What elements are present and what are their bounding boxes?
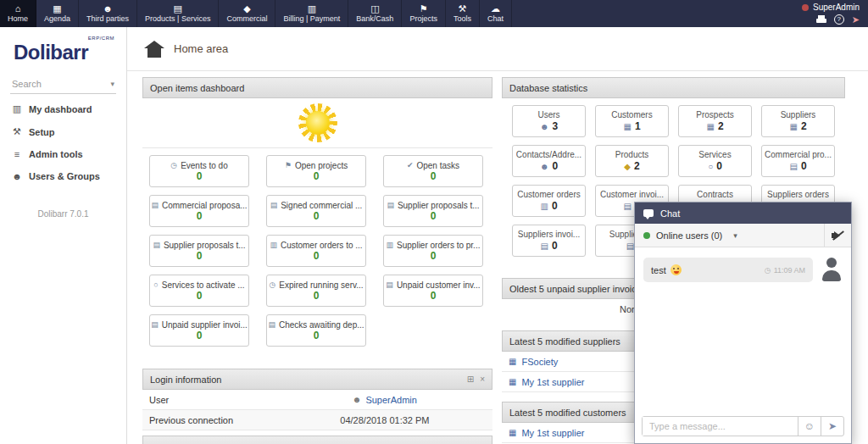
statistics-box[interactable]: Customer orders ▥ 0: [512, 185, 586, 217]
statistics-box-count: ▦ 1: [623, 120, 640, 132]
chat-online-bar: Online users (0) ▾: [635, 224, 851, 247]
nav-item[interactable]: ☁ Chat: [480, 0, 512, 27]
statistics-count: 0: [552, 160, 558, 172]
print-icon[interactable]: [816, 15, 826, 24]
dashboard-box[interactable]: ◷ Events to do 0: [149, 155, 249, 187]
dashboard-box-label: ▤ Unpaid customer inv...: [386, 280, 480, 290]
statistics-box[interactable]: Customers ▦ 1: [595, 105, 669, 137]
statistics-box-label: Commercial pro...: [765, 150, 832, 159]
statistics-box-label: Prospects: [696, 110, 733, 119]
sidebar-item[interactable]: ☻ Users & Groups: [0, 165, 126, 187]
nav-item[interactable]: ▥ Billing | Payment: [275, 0, 348, 27]
main-menu: ⌂ Home ▦ Agenda ☻ Third parties ▤ Produc…: [0, 0, 512, 27]
nav-item[interactable]: ⚑ Projects: [402, 0, 446, 27]
statistics-box-count: ◆ 2: [624, 160, 639, 172]
chat-messages: test ◷ 11:09 AM: [635, 247, 851, 411]
dashboard-box-label: ◷ Events to do: [170, 161, 227, 170]
dashboard-box[interactable]: ▤ Supplier proposals t... 0: [149, 235, 249, 267]
nav-item[interactable]: ◫ Bank/Cash: [348, 0, 402, 27]
nav-item-label: Bank/Cash: [356, 14, 393, 23]
nav-item[interactable]: ▦ Agenda: [36, 0, 79, 27]
dashboard-box[interactable]: ▥ Supplier orders to pr... 0: [383, 235, 483, 267]
dashboard-box-label: ▤ Checks awaiting dep...: [268, 320, 364, 330]
dolibarr-logo[interactable]: Dolibarr ERP/CRM: [0, 27, 126, 69]
statistics-box[interactable]: Products ◆ 2: [595, 145, 669, 177]
dashboard-box-count: 0: [314, 330, 320, 341]
statistics-box[interactable]: Users ☻ 3: [512, 105, 586, 137]
message-time: 11:09 AM: [774, 266, 805, 275]
weather-widget: [142, 98, 492, 148]
statistics-box-label: Suppliers orders: [767, 190, 829, 199]
dashboard-box[interactable]: ▤ Signed commercial ... 0: [266, 195, 366, 227]
move-icon[interactable]: ⊞: [467, 375, 474, 384]
online-users-dropdown[interactable]: Online users (0) ▾: [635, 224, 824, 247]
statistics-box[interactable]: Suppliers ▦ 2: [761, 105, 835, 137]
mute-button[interactable]: [824, 224, 851, 247]
message-input[interactable]: [643, 417, 798, 436]
dashboard-box[interactable]: ▤ Checks awaiting dep... 0: [266, 314, 366, 347]
dashboard-box[interactable]: ▤ Commercial proposa... 0: [149, 195, 249, 227]
nav-item[interactable]: ☻ Third parties: [79, 0, 137, 27]
nav-item[interactable]: ◆ Commercial: [219, 0, 275, 27]
document-icon: ⚑: [285, 161, 292, 169]
document-icon: ▤: [151, 320, 159, 329]
sidebar-item[interactable]: ≡ Admin tools: [0, 143, 126, 165]
logo-erp-crm-label: ERP/CRM: [88, 36, 114, 41]
search-select[interactable]: Search ▾: [10, 75, 116, 94]
dashboard-box[interactable]: ▤ Unpaid customer inv... 0: [383, 275, 483, 307]
company-link[interactable]: My 1st supplier: [521, 377, 584, 387]
dashboard-box[interactable]: ✔ Open tasks 0: [383, 155, 483, 187]
document-icon: ▥: [387, 241, 394, 249]
statistics-box-count: ▦ 2: [706, 120, 723, 132]
company-link[interactable]: My 1st supplier: [521, 428, 584, 438]
statistics-box[interactable]: Suppliers invoi... ▤ 0: [512, 225, 586, 257]
panel-header: Database statistics: [502, 77, 845, 98]
sidebar-item[interactable]: ▥ My dashboard: [0, 97, 126, 120]
dashboard-box-count: 0: [314, 171, 320, 182]
statistics-box-count: ▤ 0: [789, 160, 806, 172]
login-information-panel: Login information ⊞ × User ☻ SuperAdmin …: [142, 369, 492, 430]
company-link[interactable]: FSociety: [521, 357, 558, 367]
chat-header[interactable]: Chat: [635, 203, 851, 224]
logout-icon[interactable]: ➤: [852, 15, 860, 25]
statistics-box[interactable]: Services ○ 0: [678, 145, 752, 177]
nav-item-icon: ⚒: [458, 4, 466, 14]
statistics-box[interactable]: Contacts/Addre... ☻ 0: [512, 145, 586, 177]
dashboard-box-title: Events to do: [181, 161, 228, 170]
statistics-box-label: Suppliers: [781, 110, 816, 119]
help-icon[interactable]: ?: [834, 14, 844, 25]
sidebar-item[interactable]: ⚒ Setup: [0, 120, 126, 143]
dashboard-box-count: 0: [314, 211, 320, 222]
send-button[interactable]: ➤: [821, 417, 843, 436]
statistics-box[interactable]: Commercial pro... ▤ 0: [761, 145, 835, 177]
login-user-row: User ☻ SuperAdmin: [142, 390, 492, 410]
dashboard-box-count: 0: [314, 251, 320, 262]
dashboard-box[interactable]: ▤ Unpaid supplier invoi... 0: [149, 314, 249, 347]
dashboard-box-title: Unpaid supplier invoi...: [162, 320, 248, 330]
dashboard-box-title: Supplier proposals t...: [164, 241, 246, 250]
close-icon[interactable]: ×: [480, 375, 485, 384]
nav-item[interactable]: ⚒ Tools: [446, 0, 480, 27]
superadmin-link[interactable]: SuperAdmin: [365, 395, 417, 405]
dashboard-box[interactable]: ◷ Expired running serv... 0: [266, 275, 366, 307]
nav-item-icon: ☻: [103, 4, 113, 14]
statistics-box[interactable]: Prospects ▦ 2: [678, 105, 752, 137]
nav-item-label: Third parties: [86, 14, 129, 23]
user-menu[interactable]: SuperAdmin: [802, 3, 860, 12]
dashboard-box-label: ▥ Customer orders to ...: [270, 241, 362, 250]
dashboard-box[interactable]: ⚑ Open projects 0: [266, 155, 366, 187]
dashboard-box[interactable]: ▥ Customer orders to ... 0: [266, 235, 366, 267]
panel-title: Open items dashboard: [150, 83, 244, 93]
nav-item[interactable]: ⌂ Home: [0, 0, 36, 27]
page-title: Home area: [174, 42, 228, 55]
emoji-button[interactable]: ☺: [798, 417, 821, 436]
entity-icon: ▥: [540, 202, 548, 211]
nav-item[interactable]: ▤ Products | Services: [137, 0, 219, 27]
entity-icon: ☻: [540, 162, 549, 171]
sidebar-item-icon: ☻: [12, 171, 22, 181]
topnav-quick-icons: ? ➤: [816, 14, 860, 25]
nav-item-icon: ▦: [53, 4, 61, 14]
previous-connection-row: Previous connection 04/28/2018 01:32 PM: [142, 410, 492, 430]
dashboard-box[interactable]: ▤ Supplier proposals t... 0: [383, 195, 483, 227]
dashboard-box[interactable]: ○ Services to activate ... 0: [149, 275, 249, 307]
